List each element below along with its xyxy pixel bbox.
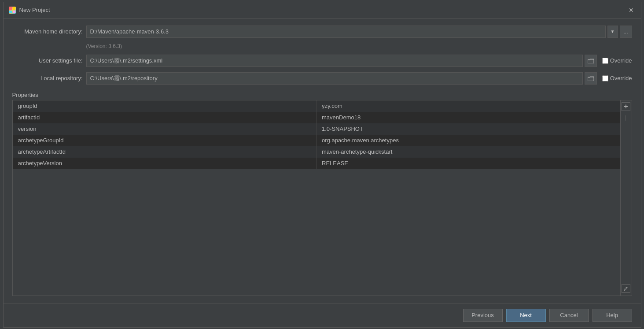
maven-home-label: Maven home directory: (12, 28, 83, 35)
property-key: archetypeGroupId (13, 135, 316, 146)
maven-home-input-group: ▼ … (86, 26, 632, 38)
table-row[interactable]: version 1.0-SNAPSHOT (13, 123, 620, 135)
dialog-content: Maven home directory: ▼ … (Version: 3.6.… (4, 18, 641, 303)
local-repo-label: Local repository: (12, 75, 83, 81)
help-button[interactable]: Help (592, 309, 632, 322)
cancel-button[interactable]: Cancel (549, 309, 589, 322)
property-key: artifactId (13, 112, 316, 123)
maven-home-input[interactable] (86, 26, 606, 38)
svg-rect-3 (13, 11, 15, 13)
local-repo-override-checkbox[interactable] (602, 75, 608, 81)
next-button[interactable]: Next (506, 309, 546, 322)
user-settings-override-label[interactable]: Override (610, 57, 632, 64)
property-value: 1.0-SNAPSHOT (316, 123, 620, 135)
property-key: version (13, 123, 316, 135)
edit-property-button[interactable] (622, 284, 630, 293)
user-settings-row: User settings file: Override (12, 55, 632, 67)
svg-line-6 (626, 287, 627, 288)
maven-home-row: Maven home directory: ▼ … (12, 26, 632, 38)
properties-section-label: Properties (12, 92, 632, 98)
maven-version-text: (Version: 3.6.3) (86, 43, 632, 49)
new-project-dialog: New Project ✕ Maven home directory: ▼ … … (3, 2, 641, 328)
local-repo-input[interactable] (86, 72, 583, 85)
property-key: archetypeArtifactId (13, 146, 316, 158)
user-settings-override-checkbox[interactable] (602, 58, 608, 64)
svg-rect-2 (9, 11, 12, 13)
table-row[interactable]: groupId yzy.com (13, 100, 620, 112)
property-value: mavenDemo18 (316, 112, 620, 123)
local-repo-override-label[interactable]: Override (610, 75, 632, 81)
property-value: RELEASE (316, 158, 620, 169)
local-repo-override-group: Override (602, 75, 632, 81)
scrollbar-indicator: │ (622, 114, 630, 122)
property-value: yzy.com (316, 100, 620, 112)
table-row[interactable]: archetypeVersion RELEASE (13, 158, 620, 169)
user-settings-input-group (86, 55, 597, 67)
properties-table-inner[interactable]: groupId yzy.com artifactId mavenDemo18 v… (13, 100, 620, 296)
svg-rect-0 (9, 7, 12, 10)
local-repo-row: Local repository: Override (12, 72, 632, 85)
dialog-footer: Previous Next Cancel Help (4, 303, 641, 327)
maven-home-browse-btn[interactable]: … (620, 26, 632, 38)
svg-rect-1 (13, 7, 15, 10)
properties-table-wrapper: groupId yzy.com artifactId mavenDemo18 v… (12, 100, 632, 296)
property-key: archetypeVersion (13, 158, 316, 169)
add-property-button[interactable]: + (622, 102, 630, 111)
user-settings-browse-btn[interactable] (585, 55, 597, 67)
properties-table: groupId yzy.com artifactId mavenDemo18 v… (13, 100, 620, 169)
user-settings-label: User settings file: (12, 57, 83, 64)
property-value: org.apache.maven.archetypes (316, 135, 620, 146)
dialog-title: New Project (19, 7, 627, 13)
table-row[interactable]: archetypeGroupId org.apache.maven.archet… (13, 135, 620, 146)
property-value: maven-archetype-quickstart (316, 146, 620, 158)
table-row[interactable]: archetypeArtifactId maven-archetype-quic… (13, 146, 620, 158)
app-icon (9, 7, 16, 14)
table-row[interactable]: artifactId mavenDemo18 (13, 112, 620, 123)
previous-button[interactable]: Previous (463, 309, 503, 322)
maven-home-dropdown-btn[interactable]: ▼ (607, 26, 618, 38)
properties-section: Properties groupId yzy.com artifactId ma… (12, 92, 632, 296)
title-bar: New Project ✕ (4, 2, 641, 18)
local-repo-browse-btn[interactable] (585, 72, 597, 85)
close-button[interactable]: ✕ (627, 6, 636, 15)
user-settings-override-group: Override (602, 57, 632, 64)
user-settings-input[interactable] (86, 55, 583, 67)
local-repo-input-group (86, 72, 597, 85)
table-side-buttons: + │ (620, 100, 632, 296)
property-key: groupId (13, 100, 316, 112)
